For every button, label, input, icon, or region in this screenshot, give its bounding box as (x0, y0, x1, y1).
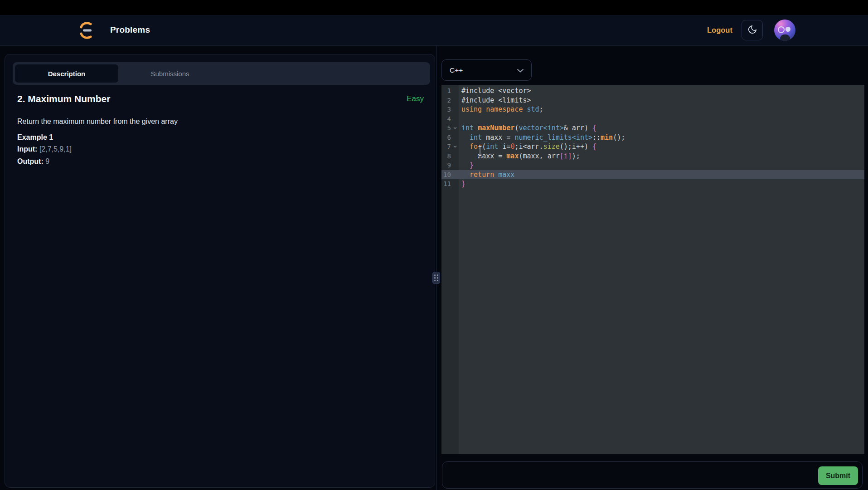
code-line[interactable]: 2#include <limits> (441, 96, 864, 105)
line-number[interactable]: 7 (441, 142, 451, 152)
fold-spacer (451, 152, 459, 161)
chevron-down-icon (517, 66, 524, 74)
submit-button[interactable]: Submit (818, 466, 858, 485)
fold-spacer (451, 179, 459, 189)
fold-spacer (451, 105, 459, 114)
code-line[interactable]: 5int maxNumber(vector<int>& arr) { (441, 123, 864, 133)
fold-spacer (451, 161, 459, 170)
tab-submissions[interactable]: Submissions (118, 64, 222, 83)
code-text: } (459, 179, 466, 189)
example-title: Example 1 (17, 133, 53, 142)
fold-spacer (451, 133, 459, 142)
fold-chevron-down-icon[interactable] (451, 123, 459, 133)
difficulty-badge: Easy (407, 94, 424, 103)
language-select[interactable]: C++ (441, 59, 532, 81)
example-input: Input: [2,7,5,9,1] (17, 145, 72, 153)
code-line[interactable]: 4 (441, 114, 864, 124)
code-editor[interactable]: 1#include <vector>2#include <limits>3usi… (441, 85, 864, 454)
example-output: Output: 9 (17, 157, 49, 166)
code-line[interactable]: 7 for(int i=0;i<arr.size();i++) { (441, 142, 864, 152)
code-text: int maxNumber(vector<int>& arr) { (459, 123, 596, 133)
language-value: C++ (450, 66, 463, 74)
problem-description: Return the maximum number from the given… (17, 118, 178, 126)
line-number[interactable]: 11 (441, 179, 451, 189)
line-number[interactable]: 9 (441, 161, 451, 170)
code-lines: 1#include <vector>2#include <limits>3usi… (441, 86, 864, 189)
code-line[interactable]: 8 maxx = max(maxx, arr[i]); (441, 152, 864, 161)
fold-spacer (451, 86, 459, 96)
main-content: Description Submissions 2. Maximum Numbe… (0, 46, 868, 490)
line-number[interactable]: 3 (441, 105, 451, 114)
code-text: } (459, 161, 474, 170)
theme-toggle-button[interactable] (742, 20, 763, 40)
input-label: Input: (17, 145, 37, 153)
code-text (459, 114, 461, 124)
navbar: Problems Logout (0, 15, 868, 46)
fold-spacer (451, 170, 459, 180)
line-number[interactable]: 1 (441, 86, 451, 96)
code-text: int maxx = numeric_limits<int>::min(); (459, 133, 625, 142)
drag-handle-icon (434, 277, 436, 279)
moon-icon (747, 24, 757, 36)
drag-handle-icon (434, 274, 436, 276)
brand-logo-icon (78, 21, 94, 40)
fold-spacer (451, 96, 459, 105)
code-line[interactable]: 11} (441, 179, 864, 189)
tabs: Description Submissions (13, 62, 430, 85)
drag-handle-icon (437, 277, 438, 279)
line-number[interactable]: 10 (441, 170, 451, 180)
code-line[interactable]: 9 } (441, 161, 864, 170)
app-logo[interactable] (78, 21, 94, 40)
line-number[interactable]: 4 (441, 114, 451, 124)
resize-handle[interactable] (432, 272, 440, 284)
panel-divider (436, 46, 436, 490)
drag-handle-icon (434, 280, 436, 281)
output-label: Output: (17, 157, 44, 165)
ibeam-cursor (477, 145, 483, 159)
output-value: 9 (45, 157, 49, 165)
code-line[interactable]: 6 int maxx = numeric_limits<int>::min(); (441, 133, 864, 142)
tab-description[interactable]: Description (15, 64, 118, 83)
code-text: return maxx (459, 170, 514, 180)
user-avatar[interactable] (774, 20, 795, 41)
window-top-strip (0, 0, 868, 15)
code-line[interactable]: 1#include <vector> (441, 86, 864, 96)
fold-spacer (451, 114, 459, 124)
line-number[interactable]: 8 (441, 152, 451, 161)
line-number[interactable]: 5 (441, 123, 451, 133)
code-text: #include <vector> (459, 86, 531, 96)
drag-handle-icon (437, 274, 438, 276)
fold-chevron-down-icon[interactable] (451, 142, 459, 152)
logout-link[interactable]: Logout (707, 26, 732, 34)
problem-panel: Description Submissions 2. Maximum Numbe… (5, 54, 435, 488)
drag-handle-icon (437, 280, 438, 281)
console-panel: Submit (442, 461, 863, 489)
code-line[interactable]: 3using namespace std; (441, 105, 864, 114)
line-number[interactable]: 6 (441, 133, 451, 142)
code-line[interactable]: 10 return maxx (441, 170, 864, 180)
code-text: using namespace std; (459, 105, 543, 114)
line-number[interactable]: 2 (441, 96, 451, 105)
page-title: Problems (110, 25, 150, 35)
input-value: [2,7,5,9,1] (39, 145, 72, 153)
problem-title: 2. Maximum Number (17, 93, 110, 104)
code-text: #include <limits> (459, 96, 531, 105)
